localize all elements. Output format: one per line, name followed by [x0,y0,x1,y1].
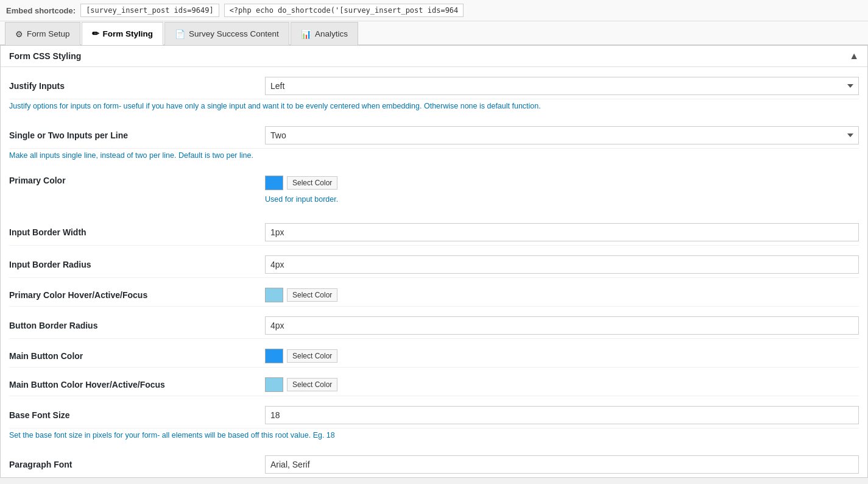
base-font-size-group: Base Font Size Set the base font size in… [9,396,859,446]
justify-inputs-group: Justify Inputs Left Center Right None Ju… [9,67,859,116]
primary-color-picker: Select Color [265,176,859,190]
justify-inputs-select[interactable]: Left Center Right None [265,77,859,95]
tab-analytics-label: Analytics [315,29,348,38]
primary-color-label: Primary Color [9,176,265,185]
paragraph-font-label: Paragraph Font [9,460,265,469]
base-font-size-help: Set the base font size in pixels for you… [9,429,859,446]
input-border-radius-row: Input Border Radius [9,246,859,278]
main-button-color-control: Select Color [265,349,859,363]
embed-shortcode-1[interactable]: [survey_insert_post ids=9649] [80,4,219,17]
collapse-icon[interactable]: ▲ [849,51,859,62]
document-icon: 📄 [175,29,185,39]
paintbrush-icon: ✏ [92,29,99,38]
inputs-per-line-group: Single or Two Inputs per Line Two Single… [9,116,859,166]
primary-color-hover-control: Select Color [265,288,859,302]
tab-survey-success[interactable]: 📄 Survey Success Content [164,22,289,45]
paragraph-font-input[interactable] [265,455,859,474]
primary-color-btn[interactable]: Select Color [287,176,337,190]
button-border-radius-input[interactable] [265,316,859,335]
main-button-color-row: Main Button Color Select Color [9,339,859,368]
paragraph-font-control [265,455,859,474]
inputs-per-line-help: Make all inputs single line, instead of … [9,149,859,166]
primary-color-help: Used for input border. [265,193,859,210]
input-border-width-row: Input Border Width [9,213,859,246]
tabs-bar: ⚙ Form Setup ✏ Form Styling 📄 Survey Suc… [0,21,868,45]
primary-color-group: Primary Color Select Color Used for inpu… [9,166,859,213]
primary-color-hover-swatch[interactable] [265,288,283,302]
base-font-size-control [265,406,859,424]
inputs-per-line-select[interactable]: Two Single [265,126,859,144]
main-button-color-hover-picker: Select Color [265,377,859,392]
section-header: Form CSS Styling ▲ [1,46,867,67]
tab-form-setup-label: Form Setup [27,29,70,38]
embed-shortcode-2[interactable]: <?php echo do_shortcode('[survey_insert_… [224,4,464,17]
main-button-color-hover-btn[interactable]: Select Color [287,378,337,391]
base-font-size-label: Base Font Size [9,410,265,420]
primary-color-row: Primary Color Select Color Used for inpu… [9,166,859,213]
button-border-radius-row: Button Border Radius [9,307,859,339]
inputs-per-line-row: Single or Two Inputs per Line Two Single [9,116,859,149]
main-button-color-swatch[interactable] [265,349,283,363]
primary-color-hover-btn[interactable]: Select Color [287,288,337,302]
primary-color-hover-picker: Select Color [265,288,859,302]
input-border-radius-control [265,255,859,274]
gear-icon: ⚙ [15,29,23,39]
primary-color-swatch[interactable] [265,176,283,190]
tab-form-styling-label: Form Styling [103,29,153,38]
primary-color-hover-label: Primary Color Hover/Active/Focus [9,290,265,300]
tab-analytics[interactable]: 📊 Analytics [291,22,358,45]
base-font-size-row: Base Font Size [9,396,859,429]
inputs-per-line-label: Single or Two Inputs per Line [9,130,265,140]
input-border-width-input[interactable] [265,223,859,241]
paragraph-font-row: Paragraph Font [9,446,859,477]
input-border-width-control [265,223,859,241]
embed-label: Embed shortcode: [6,6,76,15]
primary-color-hover-row: Primary Color Hover/Active/Focus Select … [9,278,859,307]
main-button-color-hover-swatch[interactable] [265,377,283,392]
input-border-radius-label: Input Border Radius [9,260,265,269]
main-button-color-hover-row: Main Button Color Hover/Active/Focus Sel… [9,368,859,396]
main-button-color-picker: Select Color [265,349,859,363]
justify-inputs-label: Justify Inputs [9,81,265,91]
input-border-radius-input[interactable] [265,255,859,274]
section-title: Form CSS Styling [9,51,81,61]
inputs-per-line-control: Two Single [265,126,859,144]
main-button-color-btn[interactable]: Select Color [287,349,337,363]
tab-form-styling[interactable]: ✏ Form Styling [82,22,164,45]
tab-survey-success-label: Survey Success Content [189,29,279,38]
main-button-color-hover-control: Select Color [265,377,859,392]
justify-inputs-row: Justify Inputs Left Center Right None [9,67,859,99]
tab-form-setup[interactable]: ⚙ Form Setup [5,22,80,45]
button-border-radius-label: Button Border Radius [9,321,265,330]
button-border-radius-control [265,316,859,335]
chart-icon: 📊 [301,29,311,39]
embed-bar: Embed shortcode: [survey_insert_post ids… [0,0,868,21]
main-button-color-hover-label: Main Button Color Hover/Active/Focus [9,380,265,390]
justify-inputs-control: Left Center Right None [265,77,859,95]
primary-color-control: Select Color Used for input border. [265,176,859,210]
main-content: Form CSS Styling ▲ Justify Inputs Left C… [0,45,868,478]
justify-inputs-help: Justify options for inputs on form- usef… [9,99,859,116]
base-font-size-input[interactable] [265,406,859,424]
main-button-color-label: Main Button Color [9,351,265,361]
form-section: Justify Inputs Left Center Right None Ju… [1,67,867,477]
input-border-width-label: Input Border Width [9,227,265,237]
